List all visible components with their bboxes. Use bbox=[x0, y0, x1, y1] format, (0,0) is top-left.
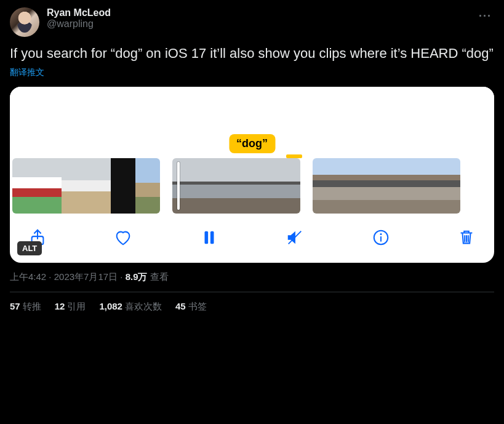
clip-group[interactable] bbox=[12, 158, 160, 214]
video-frame bbox=[172, 158, 204, 214]
heart-icon bbox=[114, 228, 132, 249]
video-frame bbox=[436, 158, 460, 214]
tweet-date: 2023年7月17日 bbox=[54, 271, 118, 282]
divider bbox=[10, 292, 494, 292]
pause-button[interactable] bbox=[200, 228, 218, 249]
video-frame bbox=[313, 158, 337, 214]
clip-group-active[interactable] bbox=[172, 158, 300, 214]
video-frame bbox=[411, 158, 436, 214]
tweet-meta[interactable]: 上午4:42 · 2023年7月17日 · 8.9万 查看 bbox=[10, 271, 494, 283]
pause-icon bbox=[200, 228, 218, 249]
video-frame bbox=[386, 158, 411, 214]
user-handle: @warpling bbox=[47, 18, 469, 30]
video-frame bbox=[204, 158, 236, 214]
tweet-header: Ryan McLeod @warpling ··· bbox=[10, 7, 494, 37]
engagement-stats: 57转推 12引用 1,082喜欢次数 45书签 bbox=[10, 301, 494, 313]
video-frame bbox=[236, 158, 268, 214]
speaker-muted-icon bbox=[286, 228, 304, 249]
tweet-time: 上午4:42 bbox=[10, 271, 46, 282]
svg-point-5 bbox=[380, 233, 382, 235]
media-attachment[interactable]: “dog” bbox=[10, 87, 494, 263]
user-block[interactable]: Ryan McLeod @warpling bbox=[47, 7, 469, 30]
info-icon bbox=[372, 228, 390, 249]
tweet-text: If you search for “dog” on iOS 17 it’ll … bbox=[10, 44, 494, 63]
likes-stat[interactable]: 1,082喜欢次数 bbox=[99, 301, 162, 313]
video-timeline[interactable] bbox=[10, 154, 494, 214]
video-frame bbox=[135, 158, 160, 214]
alt-text-badge[interactable]: ALT bbox=[17, 241, 42, 255]
mute-button[interactable] bbox=[286, 228, 304, 249]
search-match-tag: “dog” bbox=[229, 134, 275, 153]
more-options-button[interactable]: ··· bbox=[476, 7, 494, 25]
info-button[interactable] bbox=[372, 228, 390, 249]
timeline-marker bbox=[286, 154, 302, 158]
svg-rect-2 bbox=[210, 231, 214, 244]
video-frame bbox=[268, 158, 300, 214]
display-name: Ryan McLeod bbox=[47, 7, 469, 18]
retweets-stat[interactable]: 57转推 bbox=[10, 301, 41, 313]
video-frame bbox=[12, 158, 37, 214]
view-label: 查看 bbox=[148, 271, 169, 282]
trash-icon bbox=[457, 228, 476, 249]
favorite-button[interactable] bbox=[114, 228, 132, 249]
video-frame bbox=[37, 158, 62, 214]
video-frame bbox=[86, 158, 111, 214]
tweet-container: Ryan McLeod @warpling ··· If you search … bbox=[0, 0, 504, 320]
delete-button[interactable] bbox=[457, 228, 476, 249]
svg-rect-1 bbox=[204, 231, 208, 244]
avatar[interactable] bbox=[10, 7, 39, 37]
translate-link[interactable]: 翻译推文 bbox=[10, 67, 44, 78]
video-frame bbox=[362, 158, 386, 214]
video-frame bbox=[111, 158, 135, 214]
clip-group[interactable] bbox=[313, 158, 460, 214]
media-top-area: “dog” bbox=[10, 87, 494, 154]
bookmarks-stat[interactable]: 45书签 bbox=[175, 301, 207, 313]
quotes-stat[interactable]: 12引用 bbox=[55, 301, 86, 313]
media-toolbar bbox=[10, 214, 494, 263]
video-frame bbox=[62, 158, 86, 214]
view-count: 8.9万 bbox=[126, 271, 148, 282]
video-frame bbox=[337, 158, 362, 214]
